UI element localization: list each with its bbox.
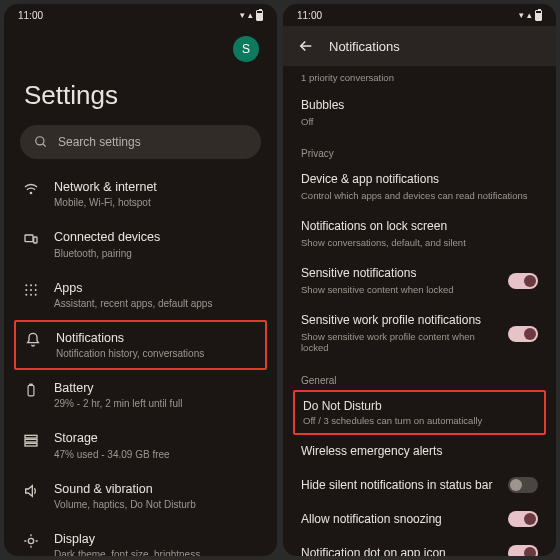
notifications-screen: 11:00 ▾ ▴ Notifications 1 priority conve… — [283, 4, 556, 556]
row-label: Do Not Disturb — [303, 399, 536, 413]
svg-rect-17 — [25, 440, 37, 443]
item-connected-devices[interactable]: Connected devices Bluetooth, pairing — [4, 219, 277, 269]
row-label: Notification dot on app icon — [301, 546, 498, 557]
back-icon[interactable] — [297, 37, 315, 55]
item-notifications[interactable]: Notifications Notification history, conv… — [24, 330, 257, 360]
row-sensitive-notifications[interactable]: Sensitive notifications Show sensitive c… — [283, 257, 556, 304]
row-sub: Control which apps and devices can read … — [301, 190, 538, 201]
clock: 11:00 — [297, 10, 322, 21]
item-sub: 47% used - 34.09 GB free — [54, 449, 259, 461]
svg-point-13 — [35, 293, 37, 295]
battery-icon — [22, 380, 40, 398]
item-storage[interactable]: Storage 47% used - 34.09 GB free — [4, 420, 277, 470]
item-sub: Mobile, Wi-Fi, hotspot — [54, 197, 259, 209]
item-sub: 29% - 2 hr, 2 min left until full — [54, 398, 259, 410]
row-dnd[interactable]: Do Not Disturb Off / 3 schedules can tur… — [303, 399, 536, 426]
svg-rect-16 — [25, 436, 37, 439]
item-network[interactable]: Network & internet Mobile, Wi-Fi, hotspo… — [4, 169, 277, 219]
section-general: General — [283, 363, 556, 390]
row-sub: Show conversations, default, and silent — [301, 237, 538, 248]
section-privacy: Privacy — [283, 136, 556, 163]
bell-icon — [24, 330, 42, 348]
svg-point-7 — [35, 284, 37, 286]
svg-point-11 — [25, 293, 27, 295]
svg-point-12 — [30, 293, 32, 295]
highlight-notifications: Notifications Notification history, conv… — [14, 320, 267, 370]
row-snoozing[interactable]: Allow notification snoozing — [283, 502, 556, 536]
toggle-sensitive-work[interactable] — [508, 326, 538, 342]
volume-icon — [22, 481, 40, 499]
battery-icon — [535, 10, 542, 21]
svg-rect-4 — [34, 237, 37, 243]
battery-icon — [256, 10, 263, 21]
row-sensitive-work[interactable]: Sensitive work profile notifications Sho… — [283, 304, 556, 362]
row-emergency-alerts[interactable]: Wireless emergency alerts — [283, 435, 556, 469]
svg-line-1 — [43, 144, 46, 147]
item-label: Network & internet — [54, 179, 259, 195]
apps-icon — [22, 280, 40, 298]
brightness-icon — [22, 531, 40, 549]
item-sub: Volume, haptics, Do Not Disturb — [54, 499, 259, 511]
search-placeholder: Search settings — [58, 135, 141, 149]
item-sub: Notification history, conversations — [56, 348, 257, 360]
item-label: Sound & vibration — [54, 481, 259, 497]
top-sub: 1 priority conversation — [301, 72, 394, 83]
wifi-icon: ▾ — [519, 10, 524, 20]
svg-point-8 — [25, 289, 27, 291]
status-bar: 11:00 ▾ ▴ — [283, 4, 556, 26]
svg-point-0 — [36, 137, 44, 145]
svg-point-10 — [35, 289, 37, 291]
row-sub: Show sensitive work profile content when… — [301, 331, 498, 354]
svg-rect-18 — [25, 444, 37, 447]
item-battery[interactable]: Battery 29% - 2 hr, 2 min left until ful… — [4, 370, 277, 420]
row-bubbles[interactable]: Bubbles Off — [283, 89, 556, 136]
avatar[interactable]: S — [233, 36, 259, 62]
row-sub: Off / 3 schedules can turn on automatica… — [303, 415, 536, 426]
row-label: Hide silent notifications in status bar — [301, 478, 498, 494]
svg-rect-15 — [30, 384, 32, 385]
clock: 11:00 — [18, 10, 43, 21]
search-input[interactable]: Search settings — [20, 125, 261, 159]
devices-icon — [22, 229, 40, 247]
svg-point-19 — [28, 538, 33, 543]
toggle-dot[interactable] — [508, 545, 538, 556]
item-display[interactable]: Display Dark theme, font size, brightnes… — [4, 521, 277, 556]
search-icon — [34, 135, 48, 149]
signal-icon: ▴ — [248, 10, 253, 20]
settings-list: Network & internet Mobile, Wi-Fi, hotspo… — [4, 169, 277, 556]
item-label: Connected devices — [54, 229, 259, 245]
row-label: Sensitive work profile notifications — [301, 313, 498, 329]
app-bar: Notifications — [283, 26, 556, 66]
page-title: Settings — [4, 66, 277, 125]
highlight-dnd: Do Not Disturb Off / 3 schedules can tur… — [293, 390, 546, 435]
status-icons: ▾ ▴ — [519, 10, 542, 21]
item-sound[interactable]: Sound & vibration Volume, haptics, Do No… — [4, 471, 277, 521]
wifi-icon — [22, 179, 40, 197]
item-apps[interactable]: Apps Assistant, recent apps, default app… — [4, 270, 277, 320]
toggle-snoozing[interactable] — [508, 511, 538, 527]
item-label: Battery — [54, 380, 259, 396]
svg-point-6 — [30, 284, 32, 286]
item-label: Storage — [54, 430, 259, 446]
wifi-icon: ▾ — [240, 10, 245, 20]
row-label: Device & app notifications — [301, 172, 538, 188]
svg-point-2 — [30, 192, 31, 193]
row-device-app-notifications[interactable]: Device & app notifications Control which… — [283, 163, 556, 210]
toggle-sensitive[interactable] — [508, 273, 538, 289]
app-bar-title: Notifications — [329, 39, 400, 54]
svg-point-9 — [30, 289, 32, 291]
row-dot[interactable]: Notification dot on app icon — [283, 536, 556, 556]
row-label: Bubbles — [301, 98, 538, 114]
toggle-hide-silent[interactable] — [508, 477, 538, 493]
item-label: Display — [54, 531, 259, 547]
settings-screen: 11:00 ▾ ▴ S Settings Search settings Net… — [4, 4, 277, 556]
item-label: Notifications — [56, 330, 257, 346]
row-hide-silent[interactable]: Hide silent notifications in status bar — [283, 468, 556, 502]
svg-point-5 — [25, 284, 27, 286]
status-bar: 11:00 ▾ ▴ — [4, 4, 277, 26]
row-lock-screen[interactable]: Notifications on lock screen Show conver… — [283, 210, 556, 257]
svg-rect-3 — [25, 235, 33, 242]
status-icons: ▾ ▴ — [240, 10, 263, 21]
svg-rect-14 — [28, 385, 34, 396]
notifications-list: 1 priority conversation Bubbles Off Priv… — [283, 66, 556, 556]
